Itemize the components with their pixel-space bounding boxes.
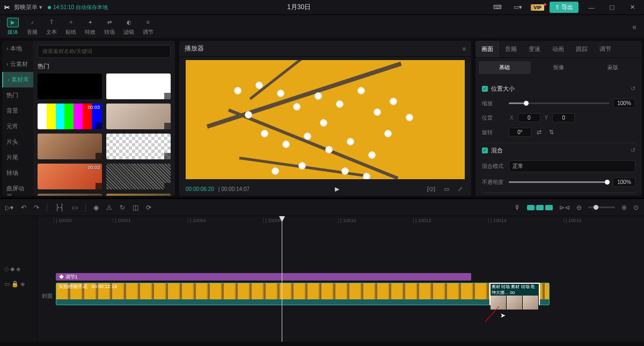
shortcuts-icon[interactable]: ⌨ — [490, 4, 505, 11]
player-canvas[interactable] — [186, 60, 465, 179]
playhead[interactable] — [282, 216, 282, 342]
media-sidebar-item[interactable]: 转场 — [2, 165, 33, 181]
adjustment-track[interactable]: ◆ 调节1 — [56, 273, 471, 281]
category-tab-2[interactable]: T文本 — [42, 18, 61, 36]
redo-icon[interactable]: ↷ — [34, 204, 39, 211]
blend-header: 混合 — [491, 146, 503, 154]
media-thumbnail[interactable] — [106, 134, 171, 159]
magnet-icon[interactable]: ⊳⊲ — [559, 204, 570, 211]
split-icon[interactable]: ⎬⎨ — [55, 204, 64, 211]
blend-mode-select[interactable]: 正常 — [509, 160, 635, 172]
section-heading: 热门 — [38, 62, 171, 70]
opacity-slider[interactable] — [509, 181, 610, 183]
crop-icon[interactable]: ◫ — [133, 204, 138, 211]
media-thumbnail[interactable] — [106, 73, 171, 99]
inspector-subtab[interactable]: 蒙版 — [587, 61, 639, 74]
close-button[interactable]: ✕ — [625, 4, 640, 11]
reverse-icon[interactable]: ↻ — [120, 204, 125, 211]
media-sidebar-item[interactable]: 热门 — [2, 87, 33, 103]
inspector-tab[interactable]: 跟踪 — [570, 41, 594, 57]
category-tab-5[interactable]: ⇄转场 — [100, 18, 119, 36]
video-clip-main[interactable]: 实拍植物开花 00:00:12:19 — [56, 283, 550, 305]
media-thumbnail[interactable] — [38, 73, 102, 99]
export-button[interactable]: ⇧ 导出 — [550, 2, 579, 13]
reset-pos-icon[interactable]: ↺ — [631, 85, 635, 92]
media-sidebar-item[interactable]: › 素材库 — [2, 72, 33, 87]
media-sidebar-item[interactable]: 曲屏动画 — [2, 181, 33, 196]
layout-icon[interactable]: ▭▾ — [510, 4, 525, 11]
position-y-input[interactable]: 0 — [552, 113, 575, 122]
inspector-tab[interactable]: 画面 — [475, 41, 499, 57]
mic-icon[interactable]: 🎙 — [514, 204, 521, 211]
pos-size-checkbox[interactable]: ✓ — [482, 86, 488, 92]
position-x-input[interactable]: 0 — [518, 113, 540, 122]
opacity-value[interactable]: 100% — [613, 178, 635, 187]
menu-dropdown[interactable]: 菜单 ▾ — [26, 3, 42, 11]
scale-icon[interactable]: [⊙] — [425, 186, 437, 193]
rotation-input[interactable]: 0° — [509, 128, 531, 137]
app-logo: ✂ — [4, 4, 10, 11]
play-button[interactable]: ▶ — [335, 186, 339, 193]
track-toggle-adjust[interactable]: ◇ ◆ ◈ — [0, 261, 37, 276]
scale-slider[interactable] — [509, 102, 610, 104]
blend-mode-label: 混合模式 — [482, 163, 506, 170]
category-tab-1[interactable]: ♪音频 — [23, 18, 42, 36]
vip-badge[interactable]: VIP — [531, 4, 544, 11]
media-sidebar-item[interactable]: › 本地 — [2, 41, 33, 56]
category-tab-6[interactable]: ◐滤镜 — [119, 18, 138, 36]
opacity-label: 不透明度 — [482, 179, 506, 186]
track-height-chips[interactable] — [527, 205, 553, 210]
video-clip-secondary[interactable]: 素材 转场 素材 转场 乾坤大挪… 00 — [489, 283, 540, 305]
player-menu-icon[interactable]: ≡ — [463, 46, 466, 52]
track-toggle-video[interactable]: ▭ 🔒 ◈ — [0, 276, 37, 291]
freeze-icon[interactable]: ⚠ — [106, 204, 112, 211]
inspector-tab[interactable]: 音频 — [499, 41, 523, 57]
fullscreen-icon[interactable]: ⤢ — [456, 186, 465, 193]
zoom-fit-icon[interactable]: ⊙ — [633, 204, 639, 211]
rotate-icon[interactable]: ⟳ — [146, 204, 151, 211]
media-thumbnail[interactable] — [106, 104, 171, 129]
undo-icon[interactable]: ↶ — [21, 204, 26, 211]
select-tool-icon[interactable]: ▷▾ — [5, 204, 13, 211]
inspector-subtab[interactable]: 基础 — [479, 61, 531, 74]
collapse-panel-button[interactable]: « — [628, 23, 641, 31]
media-thumbnail[interactable]: 00:03 — [38, 104, 102, 129]
category-tab-3[interactable]: ✧贴纸 — [61, 18, 80, 36]
category-tab-4[interactable]: ✦特效 — [80, 18, 100, 36]
inspector-tab[interactable]: 变速 — [523, 41, 546, 57]
blend-checkbox[interactable]: ✓ — [482, 148, 488, 153]
inspector-tab[interactable]: 动画 — [546, 41, 570, 57]
search-input[interactable]: 搜索素材名称/关键词 — [38, 45, 171, 58]
media-sidebar-item[interactable]: 片头 — [2, 134, 33, 150]
zoom-in-icon[interactable]: ⊕ — [621, 204, 627, 211]
category-tab-0[interactable]: ▶媒体 — [3, 18, 23, 36]
media-thumbnail[interactable] — [38, 134, 102, 159]
media-thumbnail[interactable]: 00:03 — [38, 194, 102, 196]
media-thumbnail-grid: 00:0300:0300:0300:03 — [38, 73, 171, 196]
media-sidebar-item[interactable]: 片尾 — [2, 150, 33, 165]
flip-v-icon[interactable]: ⇅ — [547, 129, 556, 136]
zoom-slider[interactable] — [588, 207, 615, 208]
timeline-ruler[interactable]: | 10000| 10001| 10004| 10008| 10010| 100… — [38, 216, 644, 226]
media-thumbnail[interactable]: 00:03 — [106, 194, 171, 196]
ratio-icon[interactable]: ▭ — [442, 186, 451, 193]
media-thumbnail[interactable]: 00:03 — [38, 164, 102, 189]
titlebar: ✂ 剪映 菜单 ▾ 14:51:10 自动保存本地 1月30日 ⌨ ▭▾ VIP… — [0, 0, 644, 15]
zoom-out-icon[interactable]: ⊖ — [576, 204, 582, 211]
maximize-button[interactable]: ▢ — [604, 4, 619, 11]
media-sidebar-item[interactable]: 背景 — [2, 103, 33, 119]
media-sidebar-item[interactable]: 元宵 — [2, 119, 33, 134]
category-tab-7[interactable]: ≡调节 — [138, 18, 158, 36]
reset-blend-icon[interactable]: ↺ — [631, 147, 635, 154]
minimize-button[interactable]: — — [584, 4, 599, 11]
inspector-tab[interactable]: 调节 — [594, 41, 617, 57]
scale-value[interactable]: 100% — [613, 99, 635, 108]
record-icon[interactable]: ◉ — [93, 204, 99, 211]
media-sidebar-item[interactable]: › 云素材 — [2, 56, 33, 72]
media-thumbnail[interactable] — [106, 164, 171, 189]
total-duration: | 00:00:14:07 — [218, 186, 250, 192]
delete-icon[interactable]: ▭ — [72, 204, 78, 211]
inspector-subtab[interactable]: 抠像 — [533, 61, 585, 74]
player-panel: 播放器 ≡ 00:00:06:20 | 00:00:14:07 ▶ [⊙] ▭ … — [179, 41, 471, 196]
flip-h-icon[interactable]: ⇄ — [535, 129, 544, 136]
